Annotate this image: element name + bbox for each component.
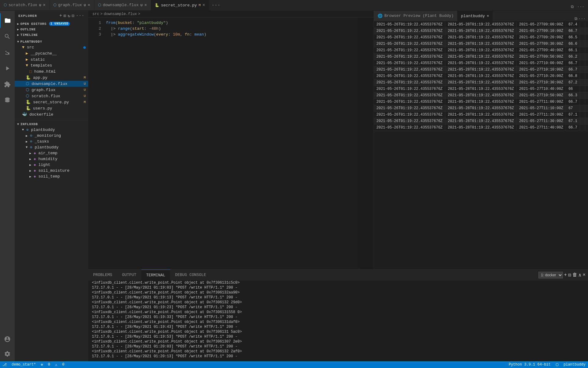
sidebar-item-static[interactable]: ▶ static	[15, 56, 88, 63]
sidebar-item-app-py[interactable]: 🐍 app.py M	[15, 75, 88, 81]
collapse-icon[interactable]: ⊟	[72, 13, 74, 18]
settings-activity-icon[interactable]	[0, 347, 15, 361]
file-label: graph.flux	[32, 88, 55, 92]
sidebar-item-humidity[interactable]: ▶ ◈ humidity	[15, 156, 88, 162]
bottom-tab-bar: PROBLEMS OUTPUT TERMINAL DEBUG CONSOLE 1…	[88, 270, 588, 280]
sidebar-item-tasks[interactable]: ▶ ⊙ _tasks	[15, 139, 88, 144]
explorer-activity-icon[interactable]	[0, 13, 15, 28]
extensions-activity-icon[interactable]	[0, 77, 15, 92]
code-editor-area[interactable]: 1 2 3 from(bucket: "plantbuddy") |> rang…	[88, 17, 374, 269]
sidebar-item-soil-moisture[interactable]: ▶ ◈ soil_moisture	[15, 168, 88, 174]
sidebar-item-monitoring[interactable]: ▶ ⊙ _monitoring	[15, 133, 88, 139]
table-row: 2021-05-26T01:19:22.435537676Z2021-05-28…	[374, 60, 588, 67]
more-actions-icon[interactable]: ···	[576, 3, 586, 10]
sidebar-item-templates[interactable]: ▼ templates	[15, 63, 88, 68]
python-version-label: Python 3.9.1 64-bit	[509, 362, 551, 367]
sidebar-item-src[interactable]: ▼ src	[15, 44, 88, 50]
add-terminal-icon[interactable]: +	[564, 272, 567, 278]
open-editors-section[interactable]: ▶ OPEN EDITORS 1 UNSAVED	[15, 21, 88, 27]
terminal-select[interactable]: 1: docker	[538, 272, 563, 278]
server-icon: ⬡	[556, 362, 559, 367]
tab-label: downsample.flux	[103, 3, 139, 7]
data-table-container[interactable]: 2021-05-26T01:19:22.435537676Z2021-05-28…	[374, 21, 588, 269]
python-file-icon: 🐍	[26, 75, 31, 80]
minimap	[358, 17, 374, 269]
run-activity-icon[interactable]	[0, 61, 15, 76]
preview-tab-bar: 🌐 Browser Preview (Plant Buddy) plantbud…	[374, 11, 588, 21]
plantbuddy-section[interactable]: ▼ PLANTBUDDY	[15, 39, 88, 44]
kill-terminal-icon[interactable]: 🗑	[572, 272, 577, 278]
tab-graph-flux[interactable]: ⬡ graph.flux U ×	[50, 0, 94, 10]
home-html-label: home.html	[34, 69, 56, 74]
table-row: 2021-05-26T01:19:22.435537676Z2021-05-28…	[374, 73, 588, 79]
refresh-icon[interactable]: ↻	[68, 13, 70, 18]
tab-close-icon[interactable]: ×	[43, 3, 45, 8]
tab-output[interactable]: OUTPUT	[117, 270, 141, 280]
problems-tab-label: PROBLEMS	[93, 273, 112, 277]
table-row: 2021-05-26T01:19:22.435537676Z2021-05-28…	[374, 34, 588, 41]
sidebar-item-soil-temp[interactable]: ▶ ◈ soil_temp	[15, 174, 88, 179]
tab-downsample-flux[interactable]: ⬡ downsample.flux U ×	[94, 0, 151, 10]
terminal-tab-label: TERMINAL	[146, 273, 165, 278]
maximize-panel-icon[interactable]: ∧	[579, 272, 582, 278]
code-line-3: |> aggregateWindow(every: 10m, fn: mean)	[104, 32, 358, 37]
table-row: 2021-05-26T01:19:22.435537676Z2021-05-28…	[374, 67, 588, 73]
sidebar-item-plantbuddy-bucket[interactable]: ▼ ⊙ plantbuddy	[15, 127, 88, 133]
sidebar-item-secret-store-py[interactable]: 🐍 secret_store.py M	[15, 99, 88, 105]
sidebar-item-air-temp[interactable]: ▶ ◈ air_temp	[15, 150, 88, 156]
sidebar-item-downsample-flux[interactable]: ⬡ downsample.flux U	[15, 81, 88, 87]
sidebar-item-scratch-flux[interactable]: ⬡ scratch.flux U	[15, 93, 88, 99]
chevron-icon: ▼	[17, 40, 19, 44]
table-row: 2021-05-26T01:19:22.435537676Z2021-05-28…	[374, 54, 588, 60]
tab-more-button[interactable]: ···	[209, 0, 223, 10]
more-icon[interactable]: ···	[579, 17, 586, 21]
new-folder-icon[interactable]: ⊞	[63, 13, 66, 18]
chevron-icon: ▶	[26, 134, 28, 138]
sidebar-item-graph-flux[interactable]: ⬡ graph.flux U	[15, 87, 88, 93]
sidebar-item-home-html[interactable]: ⬚ home.html	[15, 68, 88, 75]
field-icon: ◈	[34, 168, 36, 173]
plantbuddy-preview-tab[interactable]: plantbuddy ×	[457, 11, 493, 21]
terminal-line: <influxdb_client.client.write_point.Poin…	[92, 349, 584, 354]
code-content[interactable]: from(bucket: "plantbuddy") |> range(star…	[104, 17, 358, 269]
terminal-content[interactable]: <influxdb_client.client.write_point.Poin…	[88, 280, 588, 361]
more-sidebar-icon[interactable]: ···	[76, 13, 85, 18]
sidebar-item-plantbuddy-measurement[interactable]: ▼ ⊙ plantbuddy	[15, 144, 88, 150]
sidebar-item-pycache[interactable]: ▶ __pycache__	[15, 50, 88, 56]
tab-debug-console[interactable]: DEBUG CONSOLE	[170, 270, 211, 280]
editor-area: src > downsample.flux > 1 2 3 f	[88, 11, 374, 269]
tab-terminal[interactable]: TERMINAL	[141, 270, 170, 280]
split-terminal-icon[interactable]: ⊡	[568, 272, 571, 278]
tab-problems[interactable]: PROBLEMS	[88, 270, 117, 280]
tab-secret-store-py[interactable]: 🐍 secret_store.py M ×	[151, 0, 209, 10]
sidebar-item-users-py[interactable]: 🐍 users.py	[15, 105, 88, 111]
tab-close-icon[interactable]: ×	[144, 3, 147, 8]
error-count: 0	[48, 362, 50, 367]
outline-section[interactable]: ▶ OUTLINE	[15, 27, 88, 32]
file-badge: M	[84, 76, 88, 79]
measurement-icon: ⊙	[30, 145, 32, 150]
accounts-activity-icon[interactable]	[0, 332, 15, 347]
air-temp-label: air_temp	[38, 151, 57, 155]
tab-close-icon[interactable]: ×	[487, 14, 489, 18]
close-panel-icon[interactable]: ×	[582, 272, 586, 278]
split-icon[interactable]: ⧉	[575, 17, 577, 21]
monitoring-label: _monitoring	[35, 133, 61, 138]
timeline-section[interactable]: ▶ TIMELINE	[15, 32, 88, 38]
influxdb-section-label[interactable]: ▼ INFLUXDB	[15, 121, 88, 127]
source-control-activity-icon[interactable]	[0, 45, 15, 60]
html-file-icon: ⬚	[29, 69, 32, 74]
modified-indicator	[83, 46, 86, 49]
sidebar-item-dockerfile[interactable]: 🐳 dockerfile	[15, 111, 88, 117]
debug-tab-label: DEBUG CONSOLE	[175, 273, 206, 277]
flux-file-icon: ⬡	[53, 3, 56, 7]
tab-scratch-flux[interactable]: ⬡ scratch.flux U ×	[0, 0, 50, 10]
sidebar-item-light[interactable]: ▶ ◈ light	[15, 162, 88, 168]
tab-close-icon[interactable]: ×	[202, 3, 205, 8]
search-activity-icon[interactable]	[0, 29, 15, 44]
database-activity-icon[interactable]	[0, 93, 15, 108]
browser-preview-tab[interactable]: 🌐 Browser Preview (Plant Buddy)	[374, 11, 457, 21]
split-editor-icon[interactable]: ⧉	[570, 3, 575, 10]
tab-close-icon[interactable]: ×	[88, 3, 90, 8]
new-file-icon[interactable]: +	[59, 13, 62, 18]
